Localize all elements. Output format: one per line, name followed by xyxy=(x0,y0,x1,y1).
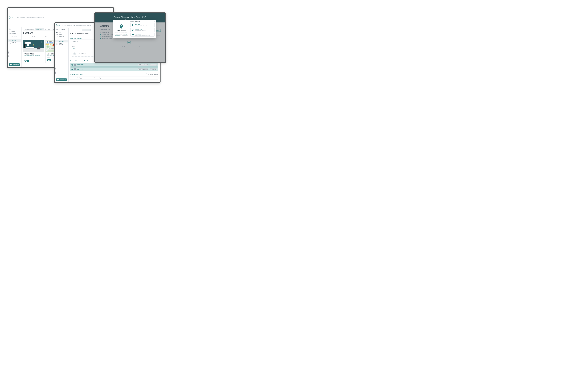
agent-avatar-icon[interactable] xyxy=(49,59,51,61)
customize-button[interactable]: ⚙ Customize xyxy=(150,64,157,66)
modal-content: Location Selection ✕ Main OfficeSan Elij… xyxy=(129,20,156,38)
location-pin-icon xyxy=(120,24,123,29)
app-logo-icon xyxy=(9,16,12,19)
sidebar-item-client-portal[interactable]: CLIENT PORTAL xyxy=(55,43,68,46)
tech-link[interactable]: Click here xyxy=(115,46,120,47)
agent-avatar-icon[interactable] xyxy=(27,60,29,62)
pin-icon xyxy=(132,24,133,26)
svg-rect-14 xyxy=(28,42,31,44)
customize-button[interactable]: ⚙ Customize xyxy=(150,68,157,70)
clinician-name: Jane Smith xyxy=(77,64,137,65)
option-name: Satellite Office xyxy=(135,29,147,30)
photo-placeholder-icon xyxy=(73,52,76,55)
search-placeholder: Start typing to find clients, clinicians… xyxy=(17,17,45,18)
modal-step-title: Select Location xyxy=(114,30,128,31)
modal-step-subtitle: Select your preferred location. xyxy=(114,32,128,33)
svg-rect-18 xyxy=(26,47,34,48)
option-sub: Innovation Way, Carlsbad, CA xyxy=(135,30,147,31)
search-icon xyxy=(15,17,17,18)
option-name: Video Office xyxy=(135,33,150,35)
modal-title: Location Selection xyxy=(130,21,154,22)
agent-avatar-icon[interactable] xyxy=(47,59,49,61)
tab-locations[interactable]: LOCATIONS xyxy=(35,28,43,30)
sidebar-item-settings[interactable]: SETTINGS xyxy=(55,40,68,43)
location-option-video-office[interactable]: Video OfficeSecure video link will be se… xyxy=(130,33,154,37)
sidebar: CALENDAR CLIENTS BILLING REPORTS SETTING… xyxy=(55,28,69,82)
tab-services[interactable]: SERVICES xyxy=(43,28,51,30)
sidebar-item-calendar[interactable]: CALENDAR xyxy=(55,29,68,31)
report-bug-tab[interactable]: REPORT BUG xyxy=(55,67,56,75)
close-icon[interactable]: ✕ xyxy=(154,21,155,22)
sidebar-item-reports[interactable]: REPORTS xyxy=(8,35,21,37)
app-logo-icon xyxy=(56,24,60,27)
window-client-portal: Renew Therapy | Jane Smith, PhD Secure C… xyxy=(94,12,166,63)
edit-link[interactable]: ✎ Edit xyxy=(40,53,43,54)
svg-point-20 xyxy=(37,49,40,50)
sidebar-item-client-portal[interactable]: CLIENT PORTAL xyxy=(8,42,21,45)
sidebar-item-clients[interactable]: CLIENTS xyxy=(55,31,68,33)
map-bubble-title: San Elijo Rd xyxy=(46,41,52,42)
video-icon xyxy=(100,38,101,39)
tech-requirements-line: Click here to review the technology requ… xyxy=(100,46,161,47)
report-bug-tab[interactable]: REPORT BUG xyxy=(8,50,9,58)
sidebar-item-settings[interactable]: SETTINGS xyxy=(8,39,21,42)
photo-label: Location Photo xyxy=(77,53,86,54)
pin-icon xyxy=(132,29,133,31)
svg-text:G: G xyxy=(47,50,47,51)
svg-rect-16 xyxy=(24,45,25,48)
svg-rect-15 xyxy=(27,44,29,46)
agents-label: Agents: xyxy=(24,58,42,59)
checkbox-checked-icon[interactable] xyxy=(71,64,73,65)
option-sub: Secure video link will be sent via email… xyxy=(135,35,150,36)
map-label: Elijo Park xyxy=(46,46,50,47)
step-dots: ● ● ● ● ● ● xyxy=(114,22,128,23)
modal-sidebar: ● ● ● ● ● ● Select Location Select your … xyxy=(113,20,129,38)
search-icon xyxy=(62,24,63,26)
set-custom-schedule-checkbox[interactable]: Set Custom Schedule xyxy=(146,74,158,75)
google-logo-icon: G xyxy=(46,49,48,51)
sidebar-item-clients[interactable]: CLIENTS xyxy=(8,30,21,33)
svg-rect-13 xyxy=(25,42,28,44)
brand-logo xyxy=(100,41,161,44)
location-card-video-office[interactable]: ✎ Edit Video Office Secure video link wi… xyxy=(23,40,44,63)
sidebar-item-billing[interactable]: BILLING xyxy=(55,33,68,36)
need-help-button[interactable]: ?NEED HELP? xyxy=(56,79,67,81)
agent-avatar-icon[interactable] xyxy=(24,60,27,62)
sidebar-item-billing[interactable]: BILLING xyxy=(8,33,21,35)
location-option-satellite-office[interactable]: Satellite OfficeInnovation Way, Carlsbad… xyxy=(130,28,154,32)
tab-work-schedule[interactable]: WORK SCHEDULE xyxy=(23,28,35,30)
tab-locations[interactable]: LOCATIONS xyxy=(82,29,91,31)
card-title: Video Office xyxy=(24,53,42,55)
schedule-note: This location is using general schedule … xyxy=(70,76,158,80)
map-info-bubble[interactable]: San Elijo Rd View larger map xyxy=(46,41,54,43)
portal-title: Renew Therapy | Jane Smith, PhD xyxy=(95,16,165,19)
section-location-schedule: Location Schedule Set Custom Schedule xyxy=(70,73,158,75)
svg-rect-24 xyxy=(33,45,34,46)
title-underline xyxy=(70,35,74,35)
clinician-row[interactable]: Jane Smith All Services Selected ⚙ Custo… xyxy=(70,63,158,66)
option-sub: San Elijo Road, San Marcos, CA xyxy=(135,25,147,26)
sidebar-item-calendar[interactable]: CALENDAR xyxy=(8,28,21,30)
card-subtitle: Secure video link will be sent via email… xyxy=(24,55,42,57)
checkbox-checked-icon[interactable] xyxy=(71,69,73,70)
help-icon: ? xyxy=(57,79,59,81)
view-larger-map-link[interactable]: View larger map xyxy=(46,42,53,43)
svg-point-17 xyxy=(24,44,25,45)
need-help-button[interactable]: ?NEED HELP? xyxy=(9,64,20,66)
phone-icon xyxy=(100,32,101,33)
pin-icon xyxy=(100,36,101,37)
location-selection-modal: ● ● ● ● ● ● Select Location Select your … xyxy=(113,20,156,38)
title-underline xyxy=(23,35,27,35)
svg-rect-19 xyxy=(26,48,34,49)
help-icon: ? xyxy=(10,64,12,65)
modal-note: Please review the technology requirement… xyxy=(114,34,128,36)
location-option-main-office[interactable]: Main OfficeSan Elijo Road, San Marcos, C… xyxy=(130,23,154,27)
search-input[interactable]: Start typing to find clients, clinicians… xyxy=(15,17,91,18)
clinician-row[interactable]: John Doe All Services Selected ⚙ Customi… xyxy=(70,67,158,71)
tab-work-schedule[interactable]: WORK SCHEDULE xyxy=(70,29,82,31)
clinician-avatar-icon xyxy=(74,68,76,70)
all-services-badge: All Services Selected xyxy=(138,68,148,70)
search-placeholder: Start typing to find clients, clinicians… xyxy=(64,25,92,26)
sidebar-item-reports[interactable]: REPORTS xyxy=(55,36,68,38)
card-thumb-illustration xyxy=(23,40,44,52)
